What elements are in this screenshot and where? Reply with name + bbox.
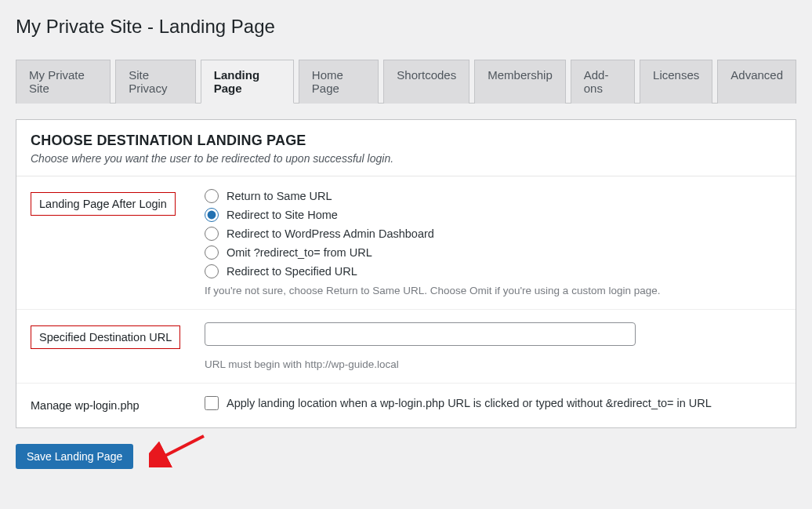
save-row: Save Landing Page <box>16 444 796 469</box>
tab-landing-page[interactable]: Landing Page <box>201 60 294 104</box>
radio-input-redirect-specified[interactable] <box>205 264 219 278</box>
tab-membership[interactable]: Membership <box>474 60 566 104</box>
settings-panel: CHOOSE DESTINATION LANDING PAGE Choose w… <box>16 119 796 428</box>
label-manage-wp-login: Manage wp-login.php <box>31 396 205 412</box>
field-manage-wp-login: Apply landing location when a wp-login.p… <box>205 396 781 415</box>
tab-licenses[interactable]: Licenses <box>640 60 712 104</box>
radio-redirect-admin[interactable]: Redirect to WordPress Admin Dashboard <box>205 227 781 241</box>
radio-redirect-site-home[interactable]: Redirect to Site Home <box>205 208 781 222</box>
row-manage-wp-login: Manage wp-login.php Apply landing locati… <box>16 384 796 427</box>
panel-header: CHOOSE DESTINATION LANDING PAGE Choose w… <box>16 120 796 176</box>
specified-url-input[interactable] <box>205 322 636 346</box>
radio-label: Redirect to Specified URL <box>227 265 357 278</box>
svg-line-1 <box>161 436 204 458</box>
tab-my-private-site[interactable]: My Private Site <box>16 60 111 104</box>
radio-label: Redirect to WordPress Admin Dashboard <box>227 227 434 240</box>
label-specified-url: Specified Destination URL <box>31 322 205 349</box>
tab-site-privacy[interactable]: Site Privacy <box>115 60 196 104</box>
tab-addons[interactable]: Add-ons <box>571 60 635 104</box>
radio-input-return-same-url[interactable] <box>205 189 219 203</box>
radio-input-redirect-site-home[interactable] <box>205 208 219 222</box>
radio-input-redirect-admin[interactable] <box>205 227 219 241</box>
checkbox-apply-landing[interactable]: Apply landing location when a wp-login.p… <box>205 396 781 410</box>
row-specified-url: Specified Destination URL URL must begin… <box>16 310 796 384</box>
radio-input-omit-redirect[interactable] <box>205 245 219 260</box>
checkbox-input-apply-landing[interactable] <box>205 396 219 410</box>
tab-advanced[interactable]: Advanced <box>717 60 796 104</box>
row-landing-after-login: Landing Page After Login Return to Same … <box>16 176 796 310</box>
tab-shortcodes[interactable]: Shortcodes <box>383 60 469 104</box>
section-heading: CHOOSE DESTINATION LANDING PAGE <box>31 133 781 149</box>
checkbox-label: Apply landing location when a wp-login.p… <box>227 397 712 409</box>
help-specified-url: URL must begin with http://wp-guide.loca… <box>205 358 781 370</box>
radio-label: Return to Same URL <box>227 190 332 202</box>
field-specified-url: URL must begin with http://wp-guide.loca… <box>205 322 781 370</box>
highlight-box: Landing Page After Login <box>31 192 176 216</box>
page-title: My Private Site - Landing Page <box>16 16 796 38</box>
help-landing-after-login: If you're not sure, choose Return to Sam… <box>205 285 781 296</box>
radio-redirect-specified[interactable]: Redirect to Specified URL <box>205 264 781 278</box>
highlight-box: Specified Destination URL <box>31 325 180 349</box>
radio-label: Redirect to Site Home <box>227 209 338 221</box>
section-description: Choose where you want the user to be red… <box>31 152 781 165</box>
tab-nav: My Private Site Site Privacy Landing Pag… <box>16 60 796 104</box>
label-landing-after-login: Landing Page After Login <box>31 189 205 216</box>
save-button[interactable]: Save Landing Page <box>16 444 133 469</box>
field-landing-after-login: Return to Same URL Redirect to Site Home… <box>205 189 781 296</box>
radio-label: Omit ?redirect_to= from URL <box>227 246 372 259</box>
tab-home-page[interactable]: Home Page <box>299 60 379 104</box>
radio-omit-redirect[interactable]: Omit ?redirect_to= from URL <box>205 245 781 260</box>
arrow-icon <box>149 428 212 467</box>
radio-return-same-url[interactable]: Return to Same URL <box>205 189 781 203</box>
